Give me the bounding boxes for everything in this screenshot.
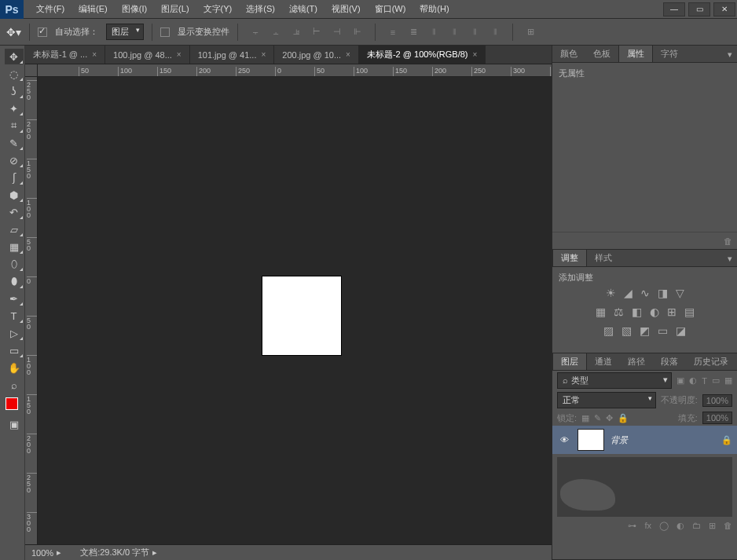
- layer-thumbnail[interactable]: [578, 429, 604, 451]
- menu-select[interactable]: 选择(S): [240, 1, 281, 17]
- lasso-tool[interactable]: ʖ: [5, 83, 24, 99]
- menu-type[interactable]: 文字(Y): [197, 1, 239, 17]
- tab-history[interactable]: 历史记录: [686, 353, 736, 370]
- doc-tab-3[interactable]: 101.jpg @ 41...×: [190, 46, 275, 64]
- auto-select-checkbox[interactable]: [38, 27, 47, 37]
- type-tool[interactable]: T: [5, 308, 24, 324]
- doc-tab-4[interactable]: 200.jpg @ 10...×: [274, 46, 359, 64]
- lock-brush-icon[interactable]: ✎: [594, 413, 601, 423]
- group-icon[interactable]: 🗀: [692, 521, 701, 530]
- zoom-level[interactable]: 100%: [31, 548, 53, 558]
- mask-icon[interactable]: ◯: [659, 521, 669, 531]
- menu-file[interactable]: 文件(F): [30, 1, 71, 17]
- move-tool-indicator[interactable]: ✥▾: [6, 26, 21, 38]
- auto-select-target-dropdown[interactable]: 图层: [106, 24, 144, 40]
- menu-window[interactable]: 窗口(W): [368, 1, 412, 17]
- filter-shape-icon[interactable]: ▭: [712, 375, 720, 386]
- posterize-icon[interactable]: ▧: [622, 324, 632, 337]
- fill-field[interactable]: 100%: [702, 412, 732, 424]
- stamp-tool[interactable]: ⬢: [5, 187, 24, 203]
- gradient-tool[interactable]: ▦: [5, 239, 24, 254]
- opacity-field[interactable]: 100%: [702, 394, 732, 407]
- pen-tool[interactable]: ✒: [5, 291, 24, 306]
- vibrance-icon[interactable]: ▽: [676, 287, 684, 299]
- align-bottom-icon[interactable]: ⫡: [287, 24, 306, 41]
- hue-icon[interactable]: ▦: [596, 306, 606, 318]
- eraser-tool[interactable]: ▱: [5, 221, 24, 237]
- canvas[interactable]: [38, 77, 552, 544]
- tab-styles[interactable]: 样式: [587, 250, 620, 266]
- trash-icon[interactable]: 🗑: [724, 521, 732, 530]
- lut-icon[interactable]: ▤: [684, 306, 695, 318]
- magic-wand-tool[interactable]: ✦: [5, 101, 24, 116]
- filter-smart-icon[interactable]: ▦: [724, 375, 732, 386]
- align-vcenter-icon[interactable]: ⫠: [266, 24, 285, 41]
- lock-icon[interactable]: 🔒: [721, 435, 732, 445]
- tab-paragraph[interactable]: 段落: [653, 353, 686, 370]
- hand-tool[interactable]: ✋: [5, 360, 24, 375]
- filter-image-icon[interactable]: ▣: [676, 375, 684, 386]
- distribute-2-icon[interactable]: ≣: [404, 24, 423, 41]
- path-select-tool[interactable]: ▷: [5, 325, 24, 341]
- distribute-4-icon[interactable]: ⦀: [445, 24, 464, 41]
- layer-name[interactable]: 背景: [610, 434, 628, 446]
- show-transform-checkbox[interactable]: [160, 27, 170, 37]
- align-right-icon[interactable]: ⊩: [348, 24, 367, 41]
- selective-color-icon[interactable]: ◪: [676, 324, 686, 337]
- adjustment-layer-icon[interactable]: ◐: [676, 521, 684, 531]
- close-icon[interactable]: ×: [346, 50, 350, 59]
- tab-properties[interactable]: 属性: [618, 45, 653, 62]
- close-icon[interactable]: ×: [472, 50, 477, 59]
- color-swatches[interactable]: [6, 397, 23, 415]
- exposure-icon[interactable]: ◨: [658, 287, 668, 299]
- dodge-tool[interactable]: ⬮: [5, 273, 24, 289]
- invert-icon[interactable]: ▨: [603, 324, 614, 337]
- tab-channels[interactable]: 通道: [587, 353, 620, 370]
- close-button[interactable]: ✕: [713, 2, 735, 16]
- distribute-1-icon[interactable]: ≡: [383, 24, 402, 41]
- eyedropper-tool[interactable]: ✎: [5, 135, 24, 151]
- brush-tool[interactable]: ʃ: [5, 170, 24, 185]
- chevron-right-icon[interactable]: ▸: [57, 547, 61, 558]
- blend-mode-dropdown[interactable]: 正常: [557, 392, 656, 408]
- screen-mode-tool[interactable]: ▣: [5, 416, 24, 432]
- horizontal-ruler[interactable]: 25020015010050050100150200250300350: [25, 64, 552, 77]
- gradient-map-icon[interactable]: ▭: [658, 324, 668, 337]
- threshold-icon[interactable]: ◩: [640, 324, 650, 337]
- doc-tab-1[interactable]: 未标题-1 @ ...×: [25, 46, 105, 64]
- tab-layers[interactable]: 图层: [552, 353, 587, 370]
- close-icon[interactable]: ×: [261, 50, 266, 59]
- panel-menu-icon[interactable]: ▾: [723, 47, 737, 62]
- layer-background[interactable]: 👁 背景 🔒: [552, 426, 737, 454]
- maximize-button[interactable]: ▭: [688, 2, 710, 16]
- chevron-right-icon[interactable]: ▸: [152, 547, 157, 558]
- visibility-icon[interactable]: 👁: [557, 435, 571, 445]
- layer-filter-dropdown[interactable]: 类型: [557, 372, 672, 389]
- menu-filter[interactable]: 滤镜(T): [283, 1, 324, 17]
- bw-icon[interactable]: ◧: [632, 306, 642, 318]
- navigator-preview[interactable]: [557, 457, 732, 517]
- menu-image[interactable]: 图像(I): [116, 1, 153, 17]
- zoom-tool[interactable]: ⌕: [5, 377, 24, 393]
- doc-tab-2[interactable]: 100.jpg @ 48...×: [105, 46, 190, 64]
- filter-adjust-icon[interactable]: ◐: [689, 375, 697, 386]
- history-brush-tool[interactable]: ↶: [5, 204, 24, 220]
- move-tool[interactable]: ✥: [5, 49, 24, 64]
- curves-icon[interactable]: ∿: [640, 287, 650, 299]
- tab-character[interactable]: 字符: [653, 46, 686, 62]
- tab-paths[interactable]: 路径: [620, 353, 653, 370]
- distribute-6-icon[interactable]: ⦀: [486, 24, 504, 41]
- photo-filter-icon[interactable]: ◐: [650, 306, 659, 318]
- trash-icon[interactable]: 🗑: [724, 236, 732, 246]
- align-left-icon[interactable]: ⊢: [307, 24, 326, 41]
- lock-pixels-icon[interactable]: ▦: [581, 413, 589, 423]
- healing-brush-tool[interactable]: ⊘: [5, 152, 24, 168]
- menu-edit[interactable]: 编辑(E): [72, 1, 114, 17]
- lock-all-icon[interactable]: 🔒: [618, 413, 629, 423]
- channel-mixer-icon[interactable]: ⊞: [667, 306, 676, 318]
- close-icon[interactable]: ×: [92, 50, 97, 59]
- distribute-5-icon[interactable]: ⦀: [465, 24, 484, 41]
- distribute-3-icon[interactable]: ⦀: [424, 24, 443, 41]
- filter-type-icon[interactable]: T: [702, 376, 707, 386]
- levels-icon[interactable]: ◢: [624, 287, 632, 299]
